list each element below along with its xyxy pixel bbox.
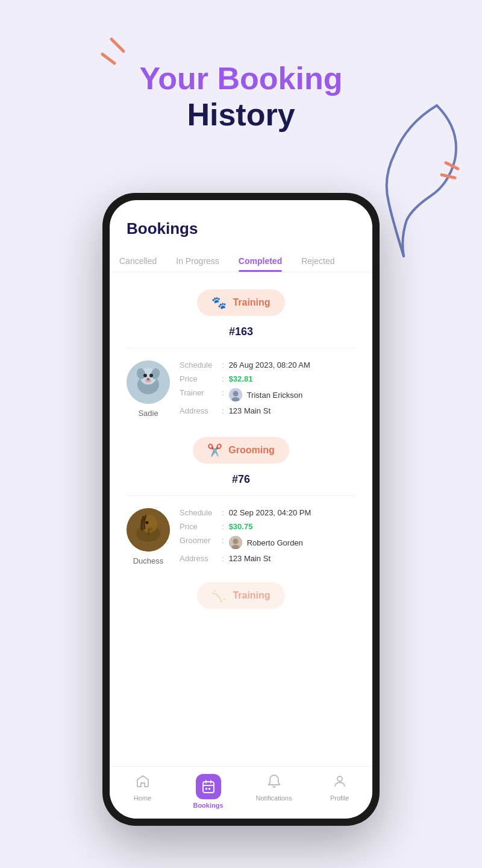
svg-point-12 [147, 378, 149, 380]
detail-price-2: Price : $30.75 [180, 522, 355, 531]
svg-rect-26 [208, 788, 210, 790]
value-price-1: $32.81 [229, 374, 253, 383]
service-badge-training: 🐾 Training [197, 289, 284, 316]
title-colored: Booking [218, 61, 343, 96]
groomer-avatar-2 [229, 536, 242, 549]
pet-col-sadie: Sadie [127, 360, 170, 420]
trainer-avatar-1 [229, 388, 242, 401]
detail-address-2: Address : 123 Main St [180, 554, 355, 563]
svg-point-14 [233, 391, 238, 397]
grooming-icon: ✂️ [207, 443, 222, 458]
value-schedule-2: 02 Sep 2023, 04:20 PM [229, 508, 311, 517]
phone-frame: Bookings Cancelled In Progress Completed… [102, 193, 380, 826]
training-icon: 🐾 [211, 295, 227, 310]
bookings-page-title: Bookings [127, 219, 355, 238]
svg-point-9 [143, 374, 147, 377]
nav-profile[interactable]: Profile [307, 774, 372, 809]
booking-3-partial: 🦴 Training [110, 582, 372, 609]
scroll-area: 🐾 Training #163 [110, 272, 372, 766]
page-title: Your Booking History [0, 60, 482, 133]
nav-notifications[interactable]: Notifications [241, 774, 307, 809]
label-schedule-2: Schedule [180, 508, 222, 517]
svg-point-22 [233, 539, 238, 544]
service-badge-grooming: ✂️ Grooming [193, 437, 289, 464]
pet-name-sadie: Sadie [138, 409, 158, 418]
detail-schedule-1: Schedule : 26 Aug 2023, 08:20 AM [180, 360, 355, 370]
service-badge-partial: 🦴 Training [197, 582, 284, 609]
grooming-label: Grooming [228, 445, 274, 456]
phone-screen: Bookings Cancelled In Progress Completed… [110, 200, 372, 819]
training-label: Training [233, 297, 270, 308]
pet-name-duchess: Duchess [133, 556, 164, 565]
pet-avatar-duchess [127, 508, 170, 552]
label-schedule: Schedule [180, 360, 222, 370]
detail-address-1: Address : 123 Main St [180, 406, 355, 415]
svg-line-2 [446, 163, 458, 169]
title-plain: Your [139, 61, 217, 96]
profile-label: Profile [330, 794, 349, 802]
title-line2: History [0, 96, 482, 133]
label-trainer: Trainer [180, 388, 222, 401]
bookings-header: Bookings [110, 200, 372, 238]
detail-price-1: Price : $32.81 [180, 374, 355, 383]
svg-point-10 [149, 374, 153, 377]
svg-line-3 [442, 175, 455, 178]
screen-content: Bookings Cancelled In Progress Completed… [110, 200, 372, 819]
booking-2: ✂️ Grooming #76 [110, 437, 372, 580]
pet-info-1: Schedule : 26 Aug 2023, 08:20 AM Price :… [180, 360, 355, 420]
bookings-label: Bookings [193, 802, 223, 809]
value-address-1: 123 Main St [229, 406, 271, 415]
detail-trainer-1: Trainer : [180, 388, 355, 401]
label-address: Address [180, 406, 222, 415]
svg-line-0 [111, 39, 124, 51]
home-label: Home [134, 794, 151, 802]
pet-avatar-sadie [127, 360, 170, 404]
notifications-icon [267, 774, 281, 792]
partial-label: Training [233, 590, 270, 601]
label-address-2: Address [180, 554, 222, 563]
nav-bookings[interactable]: Bookings [175, 774, 241, 809]
booking-id-76: #76 [110, 473, 372, 486]
svg-rect-24 [203, 782, 214, 793]
booking-id-163: #163 [110, 326, 372, 338]
tab-cancelled[interactable]: Cancelled [110, 250, 166, 272]
pet-info-2: Schedule : 02 Sep 2023, 04:20 PM Price :… [180, 508, 355, 568]
detail-groomer-2: Groomer : [180, 536, 355, 549]
booking-1: 🐾 Training #163 [110, 289, 372, 432]
partial-icon: 🦴 [211, 588, 227, 603]
pet-col-duchess: Duchess [127, 508, 170, 568]
bookings-icon-box [196, 774, 221, 799]
label-price: Price [180, 374, 222, 383]
detail-schedule-2: Schedule : 02 Sep 2023, 04:20 PM [180, 508, 355, 517]
booking-card-1: Sadie Schedule : 26 Aug 2023, 08:20 AM P… [110, 348, 372, 432]
profile-icon [333, 774, 347, 792]
notifications-label: Notifications [256, 794, 292, 802]
tabs-bar: Cancelled In Progress Completed Rejected [110, 238, 372, 272]
bottom-nav: Home Bookings [110, 766, 372, 819]
value-trainer-1: Tristan Erickson [229, 388, 303, 401]
tab-completed[interactable]: Completed [229, 250, 292, 272]
value-schedule-1: 26 Aug 2023, 08:20 AM [229, 360, 310, 370]
value-groomer-2: Roberto Gorden [229, 536, 303, 549]
value-price-2: $30.75 [229, 522, 253, 531]
svg-rect-25 [205, 788, 207, 790]
tab-inprogress[interactable]: In Progress [166, 250, 229, 272]
booking-card-2: Duchess Schedule : 02 Sep 2023, 04:20 PM… [110, 496, 372, 580]
svg-point-27 [337, 776, 342, 781]
nav-home[interactable]: Home [110, 774, 175, 809]
tab-rejected[interactable]: Rejected [292, 250, 344, 272]
home-icon [136, 774, 150, 792]
svg-point-19 [146, 521, 149, 524]
label-price-2: Price [180, 522, 222, 531]
value-address-2: 123 Main St [229, 554, 271, 563]
label-groomer: Groomer [180, 536, 222, 549]
